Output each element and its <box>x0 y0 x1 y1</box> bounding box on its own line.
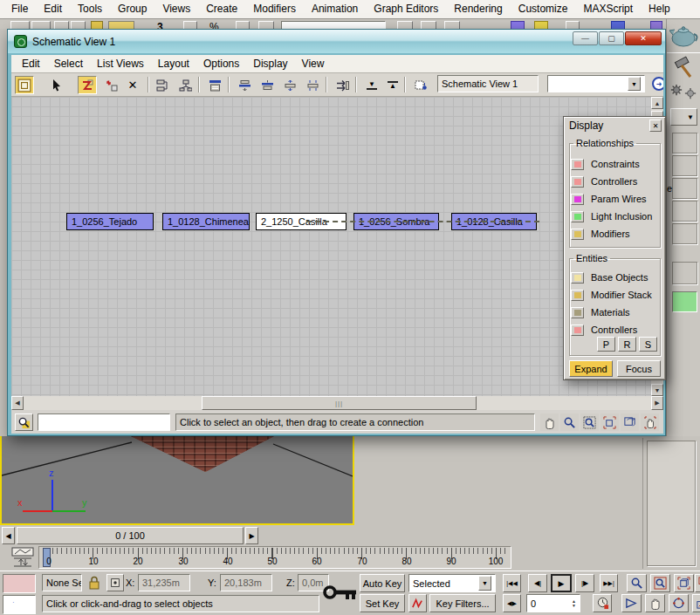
key-filters-button[interactable]: Key Filters... <box>429 594 496 612</box>
find-input[interactable] <box>38 413 170 431</box>
prs-p-button[interactable]: P <box>597 337 615 352</box>
goto-start-button[interactable]: |◀◀ <box>503 574 521 592</box>
utilities-tab-hammer-icon[interactable] <box>673 56 696 80</box>
goto-end-button[interactable]: ▶▶| <box>600 574 618 592</box>
zoom-extents-all-button[interactable] <box>695 574 700 592</box>
sv-menu-select[interactable]: Select <box>47 58 90 70</box>
sv-zoom-extents-button[interactable] <box>600 413 619 431</box>
menu-help[interactable]: Help <box>641 0 678 18</box>
layer-manager-button[interactable] <box>421 21 436 29</box>
menu-graph-editors[interactable]: Graph Editors <box>366 0 446 18</box>
scroll-down-button[interactable]: ▼ <box>651 384 663 396</box>
schematic-view-button[interactable] <box>534 21 548 29</box>
x-coord-field[interactable]: 31,235m <box>138 574 190 591</box>
menu-create[interactable]: Create <box>198 0 245 18</box>
sv-menu-edit[interactable]: Edit <box>15 58 47 70</box>
hierarchy-mode-button[interactable] <box>153 76 172 94</box>
bookmark-combo[interactable]: ▼ <box>547 75 645 92</box>
panel-button[interactable] <box>672 155 697 176</box>
prs-s-button[interactable]: S <box>639 337 657 352</box>
time-configuration-button[interactable] <box>593 594 612 612</box>
entities-controllers-swatch[interactable] <box>571 325 584 336</box>
constraints-swatch[interactable] <box>571 159 584 170</box>
param-wires-swatch[interactable] <box>571 194 584 205</box>
mirror-button[interactable] <box>258 21 274 29</box>
zoom-button[interactable] <box>627 574 647 592</box>
prev-frame-button[interactable]: ◀| <box>528 574 547 592</box>
track-bar[interactable]: 0 10 20 30 40 50 60 70 80 90 100 <box>38 546 511 569</box>
connect-tool-button[interactable] <box>78 76 97 94</box>
named-selection-set-combo[interactable]: Create Selection Set <box>281 21 386 29</box>
render-teapot-icon[interactable] <box>669 23 699 49</box>
menu-edit[interactable]: Edit <box>36 0 70 18</box>
sv-menu-display[interactable]: Display <box>246 58 294 70</box>
selection-lock-icon[interactable] <box>87 575 101 591</box>
always-arrange-button[interactable] <box>205 76 224 94</box>
set-key-button[interactable]: Set Key <box>360 594 405 612</box>
node-tejado[interactable]: 1_0256_Tejado <box>66 213 154 230</box>
maxscript-listener-line[interactable]: · <box>3 595 36 614</box>
mini-curve-editor-button[interactable] <box>10 547 35 568</box>
hscroll-thumb[interactable]: ||| <box>202 396 477 410</box>
key-mode-toggle-button[interactable]: ◀▶ <box>503 594 521 612</box>
modifiers-swatch[interactable] <box>571 229 584 240</box>
schematic-canvas[interactable]: 1_0256_Tejado 1_0128_Chimenea 2_1250_Cas… <box>11 97 651 396</box>
delete-objects-button[interactable]: ✕ <box>123 76 142 94</box>
materials-swatch[interactable] <box>571 307 584 318</box>
percent-snap-icon[interactable]: % <box>209 21 225 29</box>
menu-maxscript[interactable]: MAXScript <box>575 0 641 18</box>
perspective-viewport[interactable]: z x y <box>0 436 354 525</box>
hierarchy-tab-gear-icon[interactable] <box>684 87 697 99</box>
zoom-extents-button[interactable] <box>674 574 694 592</box>
absolute-mode-toggle[interactable] <box>106 574 124 591</box>
link-button[interactable] <box>54 21 69 29</box>
collapse-selected-button[interactable]: ▲ <box>383 76 402 94</box>
scroll-up-button[interactable]: ▲ <box>651 97 663 109</box>
motion-tab-gear-icon[interactable] <box>670 84 683 96</box>
display-panel-close-button[interactable]: ✕ <box>649 120 662 132</box>
next-frame-button[interactable]: |▶ <box>575 574 594 592</box>
scroll-right-button[interactable]: ▶ <box>651 396 663 410</box>
minimize-button[interactable]: — <box>573 31 598 45</box>
zoom-all-button[interactable] <box>650 574 670 592</box>
sv-menu-view[interactable]: View <box>295 58 332 70</box>
dropdown-arrow-icon[interactable]: ▼ <box>478 576 491 591</box>
close-button[interactable]: ✕ <box>625 31 662 45</box>
sv-zoom-region-button[interactable] <box>580 413 599 431</box>
canvas-hscrollbar[interactable]: ◀ ||| ▶ <box>11 396 663 410</box>
menu-tools[interactable]: Tools <box>70 0 110 18</box>
field-of-view-button[interactable] <box>621 594 642 612</box>
arc-rotate-button[interactable] <box>669 594 689 612</box>
move-children-button[interactable] <box>333 76 352 94</box>
sv-menu-layout[interactable]: Layout <box>151 58 196 70</box>
scroll-left-button[interactable]: ◀ <box>11 396 24 410</box>
select-object-icon[interactable]: 3 <box>157 21 171 29</box>
free-selected-button[interactable] <box>280 76 299 94</box>
window-titlebar[interactable]: Schematic View 1 — ▢ ✕ <box>8 30 665 53</box>
maximize-button[interactable]: ▢ <box>599 31 624 45</box>
arrange-children-button[interactable] <box>235 76 254 94</box>
prs-r-button[interactable]: R <box>618 337 636 352</box>
unlink-button[interactable] <box>71 21 86 29</box>
menu-views[interactable]: Views <box>154 0 198 18</box>
light-inclusion-swatch[interactable] <box>571 211 584 222</box>
arrange-selected-button[interactable] <box>257 76 277 94</box>
rollout-dropdown-button[interactable]: ▼ <box>670 108 697 126</box>
free-all-button[interactable] <box>303 76 322 94</box>
time-slider[interactable]: 0 / 100 <box>17 527 244 544</box>
default-in-out-tangents-button[interactable] <box>408 594 427 612</box>
render-setup-button[interactable] <box>611 21 625 29</box>
menu-modifiers[interactable]: Modifiers <box>245 0 304 18</box>
render-frame-button[interactable] <box>650 21 662 29</box>
expand-button[interactable]: Expand <box>569 360 613 377</box>
node-chimenea[interactable]: 1_0128_Chimenea <box>162 213 250 230</box>
pan-button[interactable] <box>540 413 559 431</box>
sv-pan-selected-button[interactable] <box>641 413 659 431</box>
undo-button[interactable] <box>10 21 30 29</box>
view-name-field[interactable]: Schematic View 1 <box>437 75 539 92</box>
align-button[interactable] <box>397 21 413 29</box>
redo-button[interactable] <box>31 21 51 29</box>
focus-button[interactable]: Focus <box>617 360 661 377</box>
sv-zoom-button[interactable] <box>560 413 579 431</box>
dropdown-arrow-icon[interactable]: ▼ <box>628 77 641 91</box>
